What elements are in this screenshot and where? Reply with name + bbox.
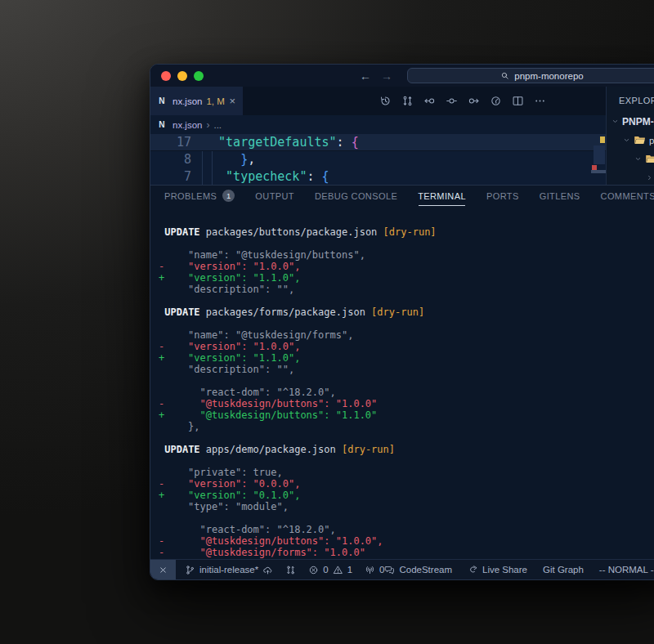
branch-icon	[185, 565, 195, 575]
tree-item-root[interactable]: PNPM-MONOREPO	[607, 112, 654, 131]
code-editor[interactable]: 17 "targetDefaults": {8 },7 "typecheck":…	[150, 134, 606, 185]
cloud-up-icon	[262, 565, 273, 575]
tree-item[interactable]	[607, 168, 654, 185]
terminal-line: - "@tuskdesign/buttons": "1.0.0"	[159, 398, 654, 409]
terminal-line	[159, 318, 654, 329]
line-number: 7	[150, 168, 191, 185]
liveshare-icon	[468, 565, 478, 575]
warning-icon	[333, 565, 343, 575]
error-icon	[308, 565, 319, 575]
breadcrumb[interactable]: N nx.json › ...	[150, 115, 606, 134]
status-label: Git Graph	[543, 565, 584, 575]
desktop-background: ← → pnpm-monorepo N nx.json 1, M ×	[0, 0, 654, 644]
panel-tab-comments[interactable]: COMMENTS	[601, 191, 654, 201]
terminal-line: - "version": "1.0.0",	[159, 261, 654, 272]
status-ports-status[interactable]: 0	[365, 565, 384, 575]
problems-count-badge: 1	[222, 190, 235, 202]
editor-scrollbar[interactable]	[591, 170, 606, 173]
terminal-line	[159, 512, 654, 524]
minimap-viewport[interactable]	[594, 145, 605, 164]
history-button[interactable]	[376, 92, 394, 110]
timer-icon	[490, 95, 502, 107]
terminal-line: - "@tuskdesign/buttons": "1.0.0",	[159, 535, 654, 547]
breadcrumb-file[interactable]: nx.json	[172, 120, 202, 130]
status-label: CodeStream	[399, 565, 452, 575]
traffic-lights	[161, 71, 204, 81]
terminal-line: "name": "@tuskdesign/forms",	[159, 329, 654, 341]
terminal-line: + "version": "1.1.0",	[159, 272, 654, 284]
tree-item[interactable]	[607, 150, 654, 168]
traffic-light-minimize-button[interactable]	[177, 71, 187, 81]
traffic-light-close-button[interactable]	[161, 71, 171, 81]
split-editor-button[interactable]	[508, 92, 526, 110]
tree-item[interactable]: packages	[607, 131, 654, 150]
terminal-line: UPDATE packages/forms/package.json [dry-…	[159, 306, 654, 318]
tab-close-icon[interactable]: ×	[229, 95, 235, 107]
status-remote-indicator[interactable]	[150, 560, 176, 580]
commits-button[interactable]	[398, 92, 416, 110]
nx-icon: N	[158, 96, 168, 106]
commits-icon	[401, 95, 414, 107]
terminal-line: UPDATE apps/demo/package.json [dry-run]	[159, 444, 654, 455]
code-line: 8 },	[150, 151, 606, 168]
terminal-line: "react-dom": "^18.2.0",	[159, 524, 654, 535]
panel-tab-ports[interactable]: PORTS	[486, 191, 519, 201]
chevron-right-icon	[646, 174, 653, 181]
timer-button[interactable]	[486, 92, 504, 110]
next-change-icon	[468, 95, 480, 107]
terminal-line: UPDATE packages/buttons/package.json [dr…	[159, 226, 654, 238]
panel-tab-debug-console[interactable]: DEBUG CONSOLE	[315, 191, 397, 201]
search-icon	[500, 71, 509, 80]
status-git-branch-status[interactable]: initial-release*	[185, 565, 273, 575]
title-bar[interactable]: ← → pnpm-monorepo	[150, 65, 654, 87]
status-vim-mode[interactable]: -- NORMAL --	[599, 565, 654, 575]
panel-tab-output[interactable]: OUTPUT	[255, 191, 294, 201]
editor-tab-nxjson[interactable]: N nx.json 1, M ×	[150, 87, 244, 115]
breadcrumb-separator-icon: ›	[206, 119, 209, 131]
panel-tab-bar: PROBLEMS1OUTPUTDEBUG CONSOLETERMINALPORT…	[150, 185, 654, 206]
terminal-output[interactable]: UPDATE packages/buttons/package.json [dr…	[150, 206, 654, 559]
terminal-line: "description": "",	[159, 284, 654, 295]
back-button[interactable]: ←	[360, 69, 371, 83]
minimap[interactable]	[589, 134, 606, 185]
commits-icon	[285, 565, 296, 575]
status-problems-status[interactable]: 01	[308, 565, 352, 575]
status-bar: initial-release*010 CodeStreamLive Share…	[150, 559, 654, 579]
panel-tab-label: OUTPUT	[255, 191, 294, 201]
explorer-tree: PNPM-MONOREPOpackages	[607, 112, 654, 185]
more-icon	[534, 95, 546, 107]
window-title-text: pnpm-monorepo	[514, 71, 583, 81]
terminal-line: - "@tuskdesign/forms": "1.0.0"	[159, 547, 654, 558]
terminal-line: + "version": "1.1.0",	[159, 352, 654, 364]
prev-change-button[interactable]	[420, 92, 438, 110]
forward-button[interactable]: →	[381, 69, 392, 83]
more-button[interactable]	[531, 92, 549, 110]
status-codestream[interactable]: CodeStream	[384, 565, 452, 575]
explorer-sidebar: EXPLORER PNPM-MONOREPOpackages	[606, 87, 654, 185]
command-center[interactable]: pnpm-monorepo	[407, 68, 654, 83]
terminal-line: "description": "",	[159, 364, 654, 375]
panel-tab-gitlens[interactable]: GITLENS	[540, 191, 580, 201]
tab-label: nx.json	[172, 96, 202, 106]
panel-tab-label: PORTS	[486, 191, 519, 201]
change-button[interactable]	[442, 92, 460, 110]
next-change-button[interactable]	[464, 92, 482, 110]
folder-icon	[634, 134, 646, 146]
terminal-line	[159, 295, 654, 306]
status-live-share[interactable]: Live Share	[468, 565, 527, 575]
terminal-line: + "@tuskdesign/buttons": "1.1.0"	[159, 409, 654, 421]
terminal-line	[159, 238, 654, 249]
prev-change-icon	[423, 95, 436, 107]
traffic-light-zoom-button[interactable]	[194, 71, 204, 81]
panel-tab-terminal[interactable]: TERMINAL	[418, 191, 466, 201]
breadcrumb-symbol[interactable]: ...	[213, 120, 222, 130]
panel-tab-problems[interactable]: PROBLEMS1	[164, 190, 235, 202]
tab-modified-indicator: 1, M	[206, 96, 224, 106]
history-nav: ← →	[360, 65, 392, 87]
panel-tab-label: GITLENS	[540, 191, 580, 201]
status-git-graph[interactable]: Git Graph	[543, 565, 584, 575]
panel-tab-label: TERMINAL	[418, 191, 466, 201]
code-line: 7 "typecheck": {	[150, 168, 606, 185]
status-label: initial-release*	[199, 565, 258, 575]
status-gitlens-commit-graph[interactable]	[285, 565, 296, 575]
